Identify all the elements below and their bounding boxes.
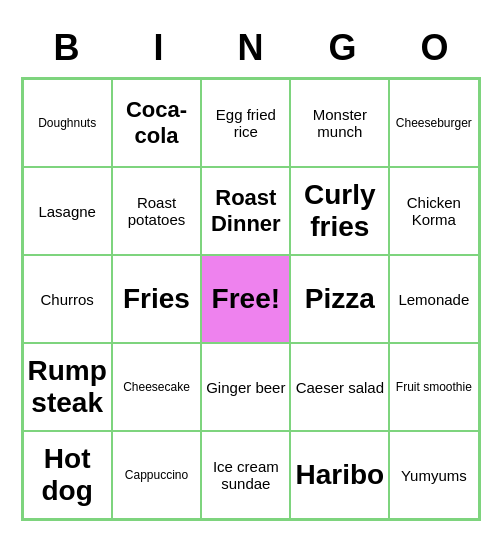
bingo-cell: Curly fries (290, 167, 389, 255)
bingo-cell: Rump steak (23, 343, 112, 431)
cell-text: Curly fries (295, 179, 384, 243)
cell-text: Hot dog (28, 443, 107, 507)
bingo-cell: Roast potatoes (112, 167, 201, 255)
bingo-cell: Cappuccino (112, 431, 201, 519)
bingo-cell: Cheeseburger (389, 79, 478, 167)
cell-text: Ice cream sundae (206, 458, 285, 492)
bingo-cell: Lemonade (389, 255, 478, 343)
cell-text: Churros (40, 291, 93, 308)
cell-text: Lasagne (38, 203, 96, 220)
cell-text: Rump steak (28, 355, 107, 419)
bingo-cell: Fries (112, 255, 201, 343)
bingo-cell: Chicken Korma (389, 167, 478, 255)
bingo-cell: Haribo (290, 431, 389, 519)
header-letter: N (205, 23, 297, 73)
cell-text: Roast potatoes (117, 194, 196, 228)
bingo-cell: Pizza (290, 255, 389, 343)
bingo-cell: Yumyums (389, 431, 478, 519)
cell-text: Roast Dinner (206, 185, 285, 237)
cell-text: Pizza (305, 283, 375, 315)
bingo-header: BINGO (21, 23, 481, 73)
bingo-cell: Fruit smoothie (389, 343, 478, 431)
cell-text: Egg fried rice (206, 106, 285, 140)
cell-text: Ginger beer (206, 379, 285, 396)
cell-text: Coca-cola (117, 97, 196, 149)
header-letter: O (389, 23, 481, 73)
cell-text: Fries (123, 283, 190, 315)
bingo-cell: Cheesecake (112, 343, 201, 431)
cell-text: Yumyums (401, 467, 467, 484)
cell-text: Fruit smoothie (396, 380, 472, 394)
bingo-cell: Doughnuts (23, 79, 112, 167)
cell-text: Monster munch (295, 106, 384, 140)
header-letter: B (21, 23, 113, 73)
bingo-cell: Free! (201, 255, 290, 343)
bingo-cell: Egg fried rice (201, 79, 290, 167)
bingo-cell: Churros (23, 255, 112, 343)
bingo-cell: Lasagne (23, 167, 112, 255)
cell-text: Doughnuts (38, 116, 96, 130)
bingo-cell: Hot dog (23, 431, 112, 519)
bingo-cell: Monster munch (290, 79, 389, 167)
bingo-cell: Roast Dinner (201, 167, 290, 255)
cell-text: Haribo (295, 459, 384, 491)
cell-text: Free! (212, 283, 280, 315)
cell-text: Caeser salad (296, 379, 384, 396)
cell-text: Cheesecake (123, 380, 190, 394)
bingo-cell: Ice cream sundae (201, 431, 290, 519)
header-letter: G (297, 23, 389, 73)
header-letter: I (113, 23, 205, 73)
cell-text: Lemonade (398, 291, 469, 308)
cell-text: Chicken Korma (394, 194, 473, 228)
bingo-cell: Ginger beer (201, 343, 290, 431)
bingo-card: BINGO DoughnutsCoca-colaEgg fried riceMo… (11, 13, 491, 531)
bingo-cell: Coca-cola (112, 79, 201, 167)
cell-text: Cappuccino (125, 468, 188, 482)
bingo-cell: Caeser salad (290, 343, 389, 431)
cell-text: Cheeseburger (396, 116, 472, 130)
bingo-grid: DoughnutsCoca-colaEgg fried riceMonster … (21, 77, 481, 521)
